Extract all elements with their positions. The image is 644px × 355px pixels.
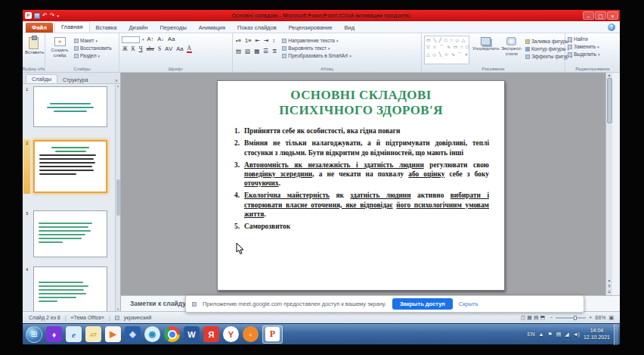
replace-button[interactable]: Заменить▾ — [568, 44, 618, 49]
slide-editor[interactable]: ОСНОВНІ СКЛАДОВІ ПСИХІЧНОГО ЗДОРОВ'Я 1.П… — [217, 80, 505, 291]
arrange-button[interactable]: Упорядочить — [472, 36, 498, 64]
slide-thumbnail-1[interactable] — [33, 86, 107, 127]
slide-bullet-item-3[interactable]: 3.Автономність як незалежність і здатніс… — [234, 160, 489, 188]
next-slide-icon[interactable]: ⇊ — [606, 289, 612, 294]
shapes-gallery[interactable]: ▭ ╲ ╱ □ ○ ◇ △▽ ☆ ⌒ ∿ ▭ ○ □△ ◇ ╲ ☆ ∿ ⌒ × — [424, 36, 469, 64]
change-case-button[interactable]: Аа — [167, 36, 175, 43]
font-color-button[interactable]: А — [187, 45, 192, 53]
scroll-thumb[interactable] — [116, 179, 120, 216]
language-bar[interactable]: EN — [528, 332, 535, 337]
maximize-button[interactable]: ▢ — [595, 11, 606, 20]
ribbon-tab-4[interactable]: Переходы — [154, 23, 193, 33]
scroll-up-icon[interactable]: ▲ — [116, 84, 119, 88]
new-slide-button[interactable]: ✦ Создать слайд — [48, 36, 72, 64]
italic-button[interactable]: К — [131, 45, 136, 53]
media-app-icon[interactable]: ▶ — [105, 326, 121, 342]
zoom-percentage[interactable]: 88% — [595, 315, 605, 320]
slide-thumbnail-4[interactable] — [33, 266, 107, 311]
flag-icon[interactable]: ⚑ — [547, 332, 552, 338]
slide-bullet-item-1[interactable]: 1.Прийняття себе як особистості, яка гід… — [234, 126, 489, 135]
app-purple-flame-icon[interactable]: ♦ — [46, 326, 62, 342]
redo-icon[interactable]: ↷ — [50, 13, 55, 19]
find-button[interactable]: Найти — [568, 36, 618, 42]
ribbon-tab-1[interactable]: Главная — [54, 21, 90, 33]
shape-row-0[interactable]: ▭ ╲ ╱ □ ○ ◇ △ — [426, 37, 467, 44]
slideshow-icon[interactable]: ⬒ — [540, 315, 546, 320]
chrome-icon[interactable] — [164, 326, 180, 342]
previous-slide-icon[interactable]: ⇈ — [606, 284, 612, 289]
ribbon-tab-7[interactable]: Рецензирование — [283, 23, 339, 33]
grow-font-button[interactable]: А↑ — [147, 36, 155, 43]
internet-explorer-icon[interactable]: e — [66, 326, 82, 342]
select-button[interactable]: Выделить▾ — [568, 51, 618, 57]
increase-indent-button[interactable]: ⇥ — [263, 37, 269, 45]
yandex-app-icon[interactable]: Я — [203, 326, 219, 342]
browser-orange-icon[interactable]: ◦ — [243, 326, 259, 342]
folder-icon[interactable]: ▱ — [85, 326, 101, 342]
language-indicator[interactable]: украинский — [124, 315, 152, 320]
paste-button[interactable]: Вставить — [25, 37, 42, 55]
reset-button[interactable]: Восстановить — [74, 45, 112, 51]
underline-button[interactable]: Ч — [138, 45, 144, 53]
shrink-font-button[interactable]: А↓ — [156, 36, 165, 43]
save-icon[interactable] — [34, 13, 40, 19]
spellcheck-icon[interactable] — [115, 316, 119, 320]
zoom-in-icon[interactable]: + — [589, 315, 592, 320]
hidden-icons-icon[interactable]: ▲ — [538, 332, 543, 338]
scroll-down-icon[interactable]: ▼ — [606, 279, 612, 284]
normal-view-icon[interactable]: ◫ — [521, 315, 526, 320]
text-shadow-button[interactable]: S — [157, 45, 162, 53]
scroll-thumb[interactable] — [607, 78, 612, 123]
slide-thumbnail-2[interactable] — [33, 140, 107, 193]
vertical-scrollbar[interactable]: ▲ ▼ ⇈ ⇊ — [605, 73, 612, 295]
help-icon[interactable]: ? — [608, 23, 615, 31]
line-spacing-button[interactable]: ↕ — [271, 37, 276, 45]
close-pane-icon[interactable]: × — [115, 78, 118, 83]
tab-slides[interactable]: Слайды — [26, 74, 57, 83]
slide-sorter-icon[interactable]: ▦ — [527, 315, 532, 320]
ribbon-tab-0[interactable]: Файл — [26, 23, 53, 33]
battery-icon[interactable]: ▤ — [556, 332, 562, 338]
zoom-slider[interactable] — [556, 317, 586, 319]
close-button[interactable]: × — [607, 11, 618, 20]
font-size-box[interactable] — [122, 36, 140, 43]
reading-view-icon[interactable]: ▤ — [534, 315, 539, 320]
slide-body-text[interactable]: 1.Прийняття себе як особистості, яка гід… — [234, 126, 489, 231]
slide-bullet-item-4[interactable]: 4.Екологічна майстерність як здатність л… — [234, 191, 489, 219]
tab-outline[interactable]: Структура — [57, 76, 93, 83]
zoom-out-icon[interactable]: − — [550, 315, 553, 320]
scroll-up-icon[interactable]: ▲ — [606, 73, 612, 77]
ribbon-tab-5[interactable]: Анимация — [193, 23, 231, 33]
volume-icon[interactable]: ◄) — [573, 332, 580, 338]
align-right-button[interactable]: ▦ — [253, 48, 260, 55]
stop-sharing-button[interactable]: Закрыть доступ — [392, 298, 453, 310]
shape-row-1[interactable]: ▽ ☆ ⌒ ∿ ▭ ○ □ — [426, 44, 467, 51]
shape-row-2[interactable]: △ ◇ ╲ ☆ ∿ ⌒ × — [426, 51, 467, 58]
text-direction-button[interactable]: Направление текста▾ — [282, 38, 351, 43]
ribbon-tab-8[interactable]: Вид — [339, 23, 361, 33]
yandex-browser-icon[interactable]: Y — [223, 326, 239, 342]
section-button[interactable]: Раздел▾ — [74, 53, 112, 58]
zoom-slider-knob[interactable] — [574, 316, 577, 320]
align-left-button[interactable]: ▤ — [235, 48, 242, 55]
network-icon[interactable]: ◢ — [565, 332, 568, 338]
layout-button[interactable]: Макет▾ — [74, 38, 112, 43]
edge-browser-icon[interactable]: ◉ — [144, 326, 160, 342]
show-desktop-button[interactable] — [614, 324, 618, 345]
app-blue-icon[interactable]: ◈ — [125, 326, 141, 342]
undo-icon[interactable]: ↶ — [42, 13, 48, 19]
align-center-button[interactable]: ▥ — [244, 48, 251, 55]
start-button[interactable]: ⊞ — [26, 326, 42, 343]
clock[interactable]: 14:04 12.10.2021 — [584, 328, 610, 341]
smartart-button[interactable]: Преобразовать в SmartArt▾ — [282, 53, 351, 58]
columns-button[interactable]: ≣ — [271, 48, 277, 55]
strikethrough-button[interactable]: abc — [146, 45, 155, 53]
numbering-button[interactable]: 1≡ — [244, 37, 252, 45]
decrease-indent-button[interactable]: ⇤ — [255, 37, 261, 45]
case-button[interactable]: Аа — [175, 45, 184, 53]
slide-bullet-item-5[interactable]: 5.Саморозвиток — [234, 222, 489, 231]
ribbon-tab-6[interactable]: Показ слайдов — [231, 23, 283, 33]
ribbon-tab-2[interactable]: Вставка — [90, 23, 123, 33]
bullets-button[interactable]: •≡ — [235, 37, 242, 45]
slide-title[interactable]: ОСНОВНІ СКЛАДОВІ ПСИХІЧНОГО ЗДОРОВ'Я — [231, 88, 491, 118]
